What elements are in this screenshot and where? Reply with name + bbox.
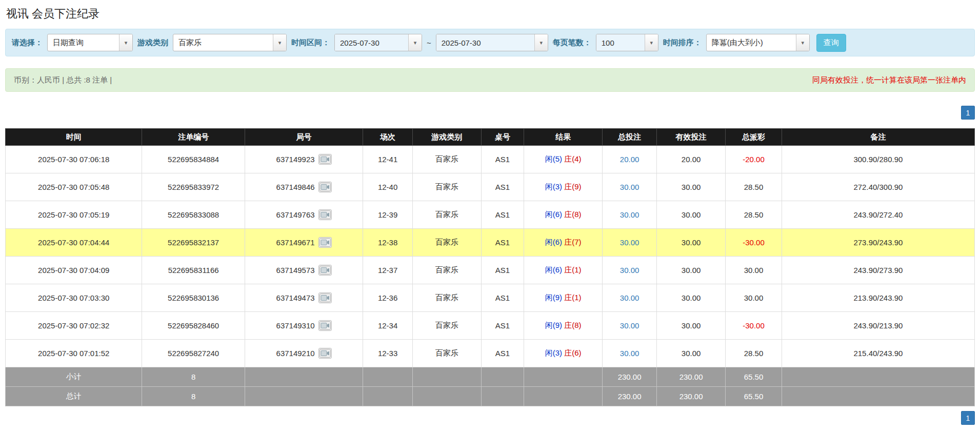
cell-valid-bet: 30.00 (657, 201, 726, 229)
subtotal-valid-bet: 230.00 (657, 367, 726, 387)
result-banker: 庄(7) (564, 238, 581, 246)
header-result: 结果 (524, 129, 603, 146)
video-replay-icon[interactable] (318, 265, 332, 276)
chevron-down-icon[interactable]: ▾ (273, 34, 286, 51)
total-bet-link[interactable]: 30.00 (620, 183, 639, 191)
payout-value: -30.00 (743, 321, 765, 330)
chevron-down-icon[interactable]: ▾ (796, 34, 809, 51)
header-bet-id: 注单编号 (142, 129, 245, 146)
round-id-text: 637149923 (276, 155, 315, 164)
page-size-value: 100 (596, 34, 645, 51)
video-replay-icon[interactable] (318, 348, 332, 359)
cell-bet-id: 522695827240 (142, 340, 245, 367)
video-replay-icon[interactable] (318, 154, 332, 165)
result-banker: 庄(8) (564, 210, 581, 219)
cell-result: 闲(3) 庄(9) (524, 173, 603, 201)
cell-time: 2025-07-30 07:03:30 (6, 284, 142, 312)
video-replay-icon[interactable] (318, 237, 332, 248)
table-row: 2025-07-30 07:06:18522695834884637149923… (6, 146, 975, 173)
cell-bet-id: 522695830136 (142, 284, 245, 312)
cell-round-id: 637149210 (245, 340, 363, 367)
total-bet-link[interactable]: 30.00 (620, 293, 639, 302)
sort-order-select[interactable]: 降冪(由大到小) ▾ (706, 34, 810, 51)
total-bet-link[interactable]: 30.00 (620, 238, 639, 247)
header-table-no: 桌号 (481, 129, 524, 146)
empty-cell (524, 387, 603, 406)
cell-remark: 273.90/243.90 (782, 229, 974, 257)
total-bet-link[interactable]: 30.00 (620, 210, 639, 219)
cell-game-type: 百家乐 (412, 257, 481, 284)
search-button[interactable]: 查询 (816, 34, 846, 52)
chevron-down-icon[interactable]: ▾ (408, 34, 422, 51)
cell-table-no: AS1 (481, 312, 524, 340)
cell-remark: 215.40/243.90 (782, 340, 974, 367)
cell-time: 2025-07-30 07:05:19 (6, 201, 142, 229)
subtotal-payout: 65.50 (726, 367, 782, 387)
cell-remark: 213.90/243.90 (782, 284, 974, 312)
cell-valid-bet: 30.00 (657, 340, 726, 367)
subtotal-count: 8 (142, 367, 245, 387)
total-count: 8 (142, 387, 245, 406)
result-banker: 庄(1) (564, 293, 581, 302)
notice-text: 同局有效投注，统一计算在该局第一张注单内 (812, 75, 966, 85)
query-type-select[interactable]: 日期查询 ▾ (47, 34, 133, 51)
cell-bet-id: 522695833972 (142, 173, 245, 201)
cell-valid-bet: 30.00 (657, 173, 726, 201)
date-from-select[interactable]: 2025-07-30 ▾ (334, 34, 422, 51)
cell-game-type: 百家乐 (412, 340, 481, 367)
video-replay-icon[interactable] (318, 292, 332, 303)
cell-round-id: 637149846 (245, 173, 363, 201)
chevron-down-icon[interactable]: ▾ (645, 34, 658, 51)
cell-result: 闲(6) 庄(7) (524, 229, 603, 257)
cell-round-id: 637149310 (245, 312, 363, 340)
date-to-select[interactable]: 2025-07-30 ▾ (436, 34, 548, 51)
table-body: 2025-07-30 07:06:18522695834884637149923… (6, 146, 975, 367)
cell-result: 闲(5) 庄(4) (524, 146, 603, 173)
video-replay-icon[interactable] (318, 182, 332, 192)
payout-value: 30.00 (744, 266, 764, 275)
result-banker: 庄(9) (564, 182, 581, 191)
cell-game-type: 百家乐 (412, 201, 481, 229)
round-id-text: 637149210 (276, 349, 315, 358)
cell-round-id: 637149473 (245, 284, 363, 312)
cell-remark: 300.90/280.90 (782, 146, 974, 173)
cell-table-no: AS1 (481, 146, 524, 173)
total-payout: 65.50 (726, 387, 782, 406)
game-type-value: 百家乐 (173, 34, 273, 51)
page-size-select[interactable]: 100 ▾ (596, 34, 658, 51)
empty-cell (782, 367, 974, 387)
payout-value: 30.00 (744, 293, 764, 302)
table-header-row: 时间 注单编号 局号 场次 游戏类别 桌号 结果 总投注 有效投注 总派彩 备注 (6, 129, 975, 146)
page-button[interactable]: 1 (961, 411, 975, 425)
empty-cell (363, 387, 412, 406)
pagination-top: 1 (5, 106, 975, 120)
total-bet-link[interactable]: 30.00 (620, 266, 639, 275)
round-id-text: 637149846 (276, 183, 315, 191)
cell-payout: -30.00 (726, 312, 782, 340)
chevron-down-icon[interactable]: ▾ (119, 34, 132, 51)
total-bet-link[interactable]: 20.00 (620, 155, 639, 164)
result-player: 闲(3) (545, 182, 562, 191)
total-bet-link[interactable]: 30.00 (620, 349, 639, 358)
cell-remark: 243.90/273.90 (782, 257, 974, 284)
payout-value: 28.50 (744, 183, 764, 191)
video-replay-icon[interactable] (318, 209, 332, 220)
video-replay-icon[interactable] (318, 320, 332, 331)
page-button[interactable]: 1 (961, 106, 975, 120)
sort-order-label: 时间排序： (663, 38, 702, 48)
cell-total-bet: 20.00 (603, 146, 657, 173)
subtotal-row: 小计 8 230.00 230.00 65.50 (6, 367, 975, 387)
cell-game-type: 百家乐 (412, 173, 481, 201)
summary-bar: 币别：人民币 | 总共 :8 注单 | 同局有效投注，统一计算在该局第一张注单内 (5, 68, 975, 92)
cell-bet-id: 522695834884 (142, 146, 245, 173)
table-row: 2025-07-30 07:01:52522695827240637149210… (6, 340, 975, 367)
header-game-type: 游戏类别 (412, 129, 481, 146)
query-type-value: 日期查询 (48, 34, 119, 51)
total-bet-link[interactable]: 30.00 (620, 321, 639, 330)
cell-game-type: 百家乐 (412, 146, 481, 173)
chevron-down-icon[interactable]: ▾ (534, 34, 548, 51)
cell-total-bet: 30.00 (603, 284, 657, 312)
game-type-select[interactable]: 百家乐 ▾ (173, 34, 287, 51)
cell-game-type: 百家乐 (412, 284, 481, 312)
cell-time: 2025-07-30 07:01:52 (6, 340, 142, 367)
